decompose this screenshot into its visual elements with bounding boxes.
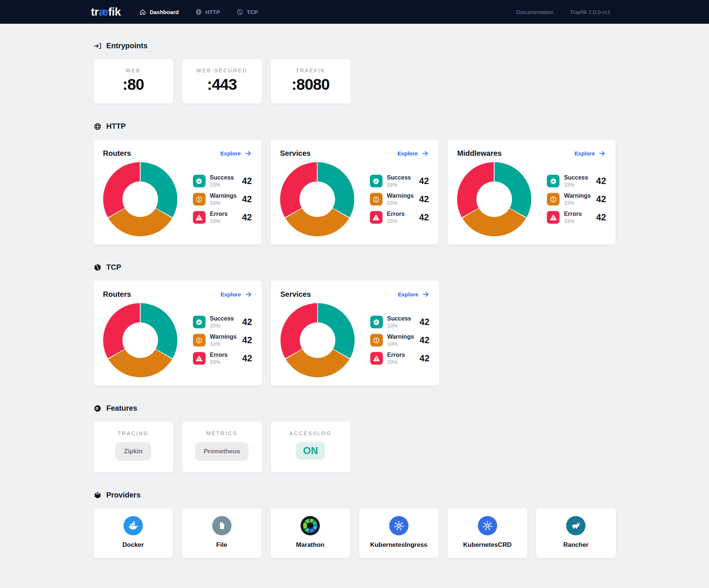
tcp-services-card: Services Explore Success33% 42 Warnings3… (271, 280, 439, 385)
stat-label: Errors (564, 211, 582, 217)
features-row: TRACING Zipkin METRICS Prometheus ACCESS… (93, 421, 616, 472)
stat-value: 42 (419, 212, 429, 223)
success-check-icon (370, 175, 383, 187)
feature-on-chip: ON (296, 442, 325, 460)
nav-item-label: HTTP (206, 9, 220, 15)
entrypoint-card-web-secured: WEB-SECURED :443 (182, 59, 262, 104)
stat-label: Errors (210, 352, 228, 358)
stat-warnings: Warnings33% 42 (193, 334, 252, 347)
arrow-right-icon (422, 290, 430, 298)
stat-label: Warnings (210, 193, 237, 199)
explore-link[interactable]: Explore (397, 150, 429, 157)
section-title: Features (106, 404, 137, 413)
explore-link[interactable]: Explore (220, 290, 252, 298)
chart-legend: Success33% 42 Warnings33% 42 Errors33% 4… (370, 174, 429, 224)
stat-value: 42 (420, 335, 430, 345)
stat-value: 42 (420, 317, 430, 327)
main-content: Entrypoints WEB :80 WEB-SECURED :443 TRA… (93, 24, 616, 576)
nav-item-tcp[interactable]: TCP (236, 9, 258, 16)
stat-success: Success33% 42 (370, 315, 430, 329)
stat-label: Errors (387, 352, 405, 358)
stat-label: Warnings (564, 193, 591, 199)
stat-errors: Errors33% 42 (370, 352, 430, 365)
stat-label: Success (387, 174, 411, 181)
card-title: Middlewares (457, 149, 502, 158)
chart-legend: Success33% 42 Warnings33% 42 Errors33% 4… (193, 174, 252, 224)
provider-card-marathon: Marathon (270, 508, 350, 558)
providers-package-icon (93, 491, 102, 499)
rancher-bull-icon (566, 516, 585, 535)
card-title: Services (280, 290, 311, 299)
warning-circle-icon (547, 193, 559, 206)
stat-percent: 33% (210, 341, 237, 347)
stat-percent: 33% (210, 182, 234, 188)
success-check-icon (547, 175, 559, 187)
stat-value: 42 (419, 176, 429, 186)
warning-circle-icon (193, 193, 206, 206)
nav-item-label: Dashboard (150, 9, 178, 15)
nav-item-http[interactable]: HTTP (195, 9, 220, 16)
stat-label: Warnings (387, 193, 414, 199)
donut-chart (103, 303, 177, 377)
feature-label: METRICS (182, 430, 262, 436)
stat-percent: 33% (210, 218, 228, 224)
kubernetes-wheel-icon (389, 516, 408, 535)
stat-warnings: Warnings33% 42 (370, 193, 429, 206)
section-title: TCP (106, 263, 121, 272)
section-title: Providers (106, 491, 141, 499)
stat-warnings: Warnings33% 42 (370, 334, 430, 347)
stat-value: 42 (596, 194, 606, 204)
provider-card-kubernetes-crd: KubernetesCRD (447, 508, 527, 558)
http-section-heading: HTTP (93, 122, 616, 131)
stat-value: 42 (596, 212, 606, 223)
stat-percent: 33% (210, 359, 228, 365)
stat-errors: Errors33% 42 (193, 211, 252, 224)
stat-label: Warnings (210, 334, 237, 340)
feature-label: ACCESSLOG (271, 430, 351, 436)
http-middlewares-card: Middlewares Explore Success33% 42 Warnin… (447, 139, 616, 244)
http-services-card: Services Explore Success33% 42 Warnings3… (270, 139, 439, 244)
arrow-right-icon (244, 290, 252, 298)
stat-label: Errors (387, 211, 405, 217)
feature-value-chip: Zipkin (115, 442, 151, 461)
explore-link[interactable]: Explore (574, 150, 606, 157)
features-toggle-icon (93, 404, 102, 413)
success-check-icon (193, 316, 206, 328)
stat-label: Errors (210, 211, 228, 217)
explore-link[interactable]: Explore (220, 150, 252, 157)
card-title: Services (280, 149, 311, 158)
stat-value: 42 (242, 317, 252, 327)
stat-success: Success33% 42 (193, 174, 252, 188)
documentation-link[interactable]: Documentation (516, 9, 554, 15)
warning-circle-icon (193, 334, 206, 346)
http-routers-card: Routers Explore Success33% 42 Warnings33… (93, 139, 262, 244)
stat-success: Success33% 42 (547, 174, 606, 188)
nav-item-dashboard[interactable]: Dashboard (139, 9, 178, 16)
stat-percent: 33% (387, 323, 411, 329)
stat-value: 42 (242, 335, 252, 345)
section-title: Entrypoints (106, 42, 148, 50)
stat-errors: Errors33% 42 (193, 352, 252, 365)
success-check-icon (193, 175, 206, 187)
entrypoint-label: WEB (93, 68, 173, 73)
stat-percent: 33% (564, 218, 582, 224)
stat-label: Success (564, 174, 588, 181)
provider-card-docker: Docker (93, 508, 173, 558)
provider-name: Docker (93, 541, 173, 549)
logo-accent-text: æ (99, 6, 108, 18)
entrypoint-port: :8080 (271, 76, 351, 93)
tcp-ball-icon (93, 263, 102, 272)
entrypoints-icon (93, 42, 102, 50)
entrypoint-port: :443 (182, 76, 262, 93)
stat-label: Success (210, 174, 234, 181)
success-check-icon (370, 316, 383, 328)
provider-name: KubernetesCRD (447, 541, 527, 549)
traefik-logo[interactable]: træfik (91, 6, 121, 18)
tcp-cards-row: Routers Explore Success33% 42 Warnings33… (93, 280, 616, 385)
file-icon (212, 516, 232, 535)
home-icon (139, 9, 146, 16)
stat-value: 42 (242, 194, 252, 204)
arrow-right-icon (598, 150, 606, 157)
explore-link[interactable]: Explore (398, 290, 429, 298)
error-triangle-icon (193, 352, 206, 365)
